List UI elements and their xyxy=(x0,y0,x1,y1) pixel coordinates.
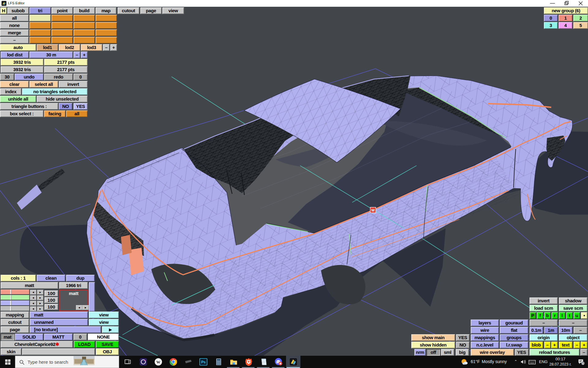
svg-text:1: 1 xyxy=(582,362,584,365)
svg-text:M: M xyxy=(371,208,375,213)
svg-text:W: W xyxy=(156,360,160,364)
svg-text:Ps: Ps xyxy=(201,360,206,364)
